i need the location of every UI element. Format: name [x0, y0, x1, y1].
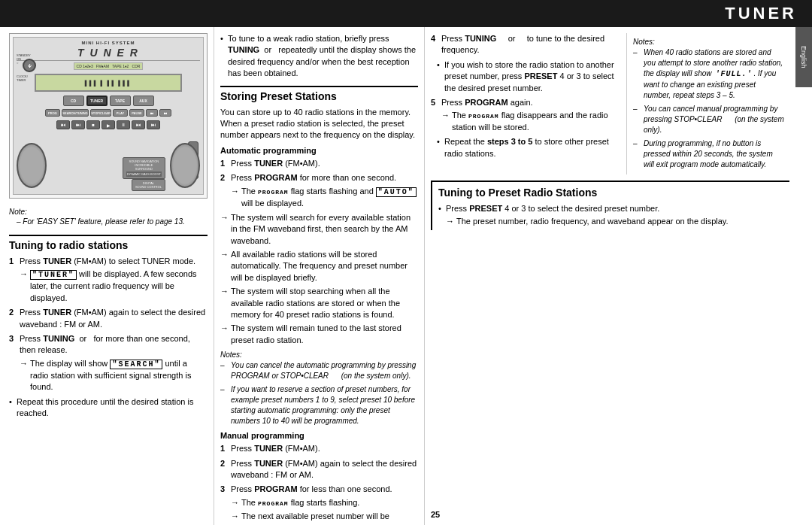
manual-step-3-arrow2: The next available preset number will be…: [231, 511, 418, 525]
system-label: MINI HI-FI SYSTEM: [82, 41, 135, 45]
language-tab: English: [795, 27, 812, 87]
device-diagram: MINI HI-FI SYSTEM T U N E R CD 1♦2♦3 FM♦…: [9, 33, 208, 199]
auto-heading: Automatic programming: [220, 146, 418, 155]
aux-button: AUX: [133, 96, 154, 106]
tape-button: TAPE: [110, 96, 131, 106]
auto-step-2-arrow: The program flag starts flashing and "AU…: [231, 186, 418, 209]
tuner-label: T U N E R: [17, 47, 200, 61]
right-notes-section: Notes: When 40 radio stations are stored…: [633, 38, 784, 170]
manual-step-5-arrow: The program flag disappears and the radi…: [441, 110, 626, 133]
mid-top: To tune to a weak radio station, briefly…: [220, 33, 418, 80]
manual-step-1: 1 Press TUNER (FM•AM).: [220, 443, 418, 454]
left-column: MINI HI-FI SYSTEM T U N E R CD 1♦2♦3 FM♦…: [0, 27, 214, 525]
header-title: TUNER: [725, 4, 797, 23]
tuner-button: TUNER: [86, 96, 108, 106]
right-speaker: [170, 143, 200, 188]
tuning-preset-heading: Tuning to Preset Radio Stations: [438, 187, 789, 199]
right-note-3: During programming, if no button is pres…: [633, 138, 784, 170]
tuning-step-1-arrow: "TUNER" will be displayed. A few seconds…: [20, 269, 208, 304]
main-content: MINI HI-FI SYSTEM T U N E R CD 1♦2♦3 FM♦…: [0, 27, 812, 525]
sound-navigation-box: SOUND NAVIGATIONINCREDIBLESURROUND DYNAM…: [123, 157, 165, 179]
clock-label: CLOCK/TIMER: [17, 75, 28, 83]
sound-control-box: DIGITALSOUND CONTROL: [132, 179, 165, 191]
manual-step-5: 5 Press PROGRAM again. The program flag …: [431, 97, 626, 133]
page-number: 25: [431, 510, 440, 519]
tuning-repeat-bullet: Repeat this procedure until the desired …: [9, 396, 208, 420]
auto-steps-list: 1 Press TUNER (FM•AM). 2 Press PROGRAM f…: [220, 158, 418, 209]
manual-heading: Manual programming: [220, 431, 418, 440]
device-display: ▌▌▌ ▌ ▌▌ ▌▌▌: [35, 74, 181, 92]
manual-step-5-list: 5 Press PROGRAM again. The program flag …: [431, 97, 626, 133]
mid-arrow-3: The system will stop searching when all …: [220, 286, 418, 320]
left-speaker: [17, 143, 47, 188]
page-header: TUNER: [0, 0, 812, 27]
tuning-step-3-arrow: The display will show "SEARCH" until a r…: [20, 358, 208, 393]
storing-heading: Storing Preset Stations: [220, 86, 418, 102]
manual-step-3-arrow1: The program flag starts flashing.: [231, 497, 418, 508]
right-upper: 4 Press TUNING or to tune to the desired…: [431, 33, 789, 174]
tuning-preset-bullet-1: Press PRESET 4 or 3 to select the desire…: [438, 203, 789, 228]
source-buttons: CD TUNER TAPE AUX: [63, 96, 154, 106]
tuning-section: Tuning to radio stations 1 Press TUNER (…: [9, 235, 208, 419]
mid-note-2: If you want to reserve a section of pres…: [220, 384, 418, 426]
repeat-steps-bullet: Repeat the steps 3 to 5 to store other p…: [437, 136, 626, 159]
right-column: 4 Press TUNING or to tune to the desired…: [425, 27, 795, 525]
tuning-preset-section: Tuning to Preset Radio Stations Press PR…: [431, 181, 789, 230]
mid-arrow-1: The system will search for every availab…: [220, 212, 418, 247]
tuning-preset-arrow1: The preset number, radio frequency, and …: [446, 216, 789, 227]
mid-notes: Notes: You can cancel the automatic prog…: [220, 351, 418, 426]
storing-intro: You can store up to 40 radio stations in…: [220, 107, 418, 141]
mid-column: To tune to a weak radio station, briefly…: [214, 27, 425, 525]
manual-steps-cont: 4 Press TUNING or to tune to the desired…: [431, 33, 626, 56]
right-note-1: When 40 radio stations are stored and yo…: [633, 47, 784, 101]
manual-section: Manual programming 1 Press TUNER (FM•AM)…: [220, 431, 418, 525]
manual-step-4: 4 Press TUNING or to tune to the desired…: [431, 33, 626, 56]
tuning-steps-list: 1 Press TUNER (FM•AM) to select TUNER mo…: [9, 256, 208, 393]
transport-controls: ⏮ ⏭ ■ ▶ ⏸ ⏮ ⏭: [56, 120, 160, 129]
manual-step-3: 3 Press PROGRAM for less than one second…: [220, 484, 418, 525]
tuning-section-heading: Tuning to radio stations: [9, 235, 208, 251]
manual-steps-list: 1 Press TUNER (FM•AM). 2 Press TUNER (FM…: [220, 443, 418, 525]
tuning-step-3: 3 Press TUNING or for more than one seco…: [9, 333, 208, 393]
mid-arrow-4: The system will remain tuned to the last…: [220, 323, 418, 346]
right-notes-title: Notes:: [633, 38, 784, 46]
mid-arrow-2: All available radio stations will be sto…: [220, 249, 418, 284]
right-main: 4 Press TUNING or to tune to the desired…: [431, 33, 789, 230]
right-note-2: You can cancel manual programming by pre…: [633, 104, 784, 135]
mid-note-1: You can cancel the automatic programming…: [220, 360, 418, 381]
manual-step-2: 2 Press TUNER (FM•AM) again to select th…: [220, 458, 418, 481]
note-title: Note:: [9, 208, 208, 216]
auto-step-2: 2 Press PROGRAM for more than one second…: [220, 172, 418, 209]
steps-4-5: 4 Press TUNING or to tune to the desired…: [431, 33, 626, 174]
preset-bullet: If you wish to store the radio station t…: [437, 59, 626, 94]
small-buttons: PROG SEARCH/TUNING STOP/CLEAR PLAY PAUSE…: [45, 109, 171, 117]
tuning-step-2: 2 Press TUNER (FM•AM) again to select th…: [9, 307, 208, 330]
note-item: – For 'EASY SET' feature, please refer t…: [9, 217, 208, 226]
tuning-step-1: 1 Press TUNER (FM•AM) to select TUNER mo…: [9, 256, 208, 304]
auto-step-1: 1 Press TUNER (FM•AM).: [220, 158, 418, 169]
note-section: Note: – For 'EASY SET' feature, please r…: [9, 205, 208, 229]
right-notes: Notes: When 40 radio stations are stored…: [626, 33, 784, 174]
mid-notes-title: Notes:: [220, 351, 418, 359]
cd-button: CD: [63, 96, 84, 106]
weak-station-note: To tune to a weak radio station, briefly…: [220, 33, 418, 80]
power-button: ⏻: [23, 59, 36, 72]
storing-section: Storing Preset Stations You can store up…: [220, 86, 418, 347]
